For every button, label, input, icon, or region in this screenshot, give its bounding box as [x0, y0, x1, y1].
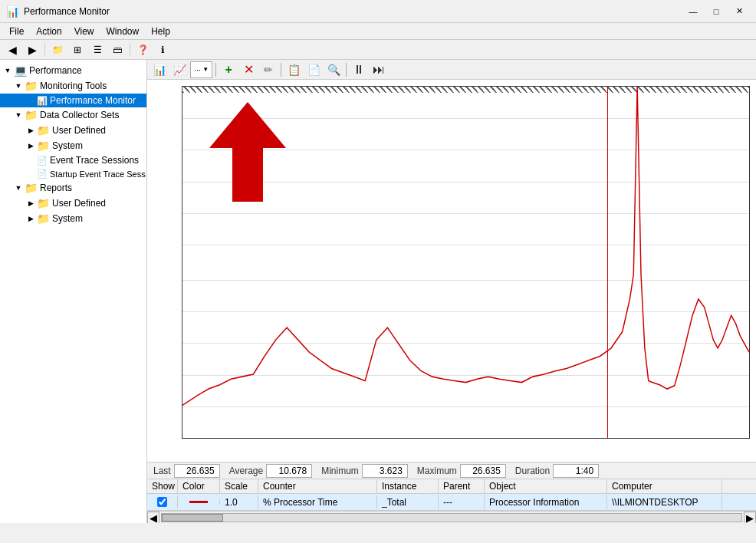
maximize-button[interactable]: □ [705, 4, 727, 19]
tb-properties-button[interactable]: 🗃 [108, 41, 127, 58]
sidebar-item-reports-user-defined[interactable]: ▶ 📁 User Defined [0, 196, 146, 211]
sidebar-item-monitoring-tools[interactable]: ▼ 📁 Monitoring Tools [0, 78, 146, 94]
sidebar-item-system[interactable]: ▶ 📁 System [0, 138, 146, 153]
scrollbar-thumb[interactable] [162, 514, 223, 522]
startup-icon: 📄 [37, 169, 48, 179]
counter-row[interactable]: 1.0 % Processor Time _Total --- Processo… [147, 494, 756, 511]
header-color: Color [178, 479, 220, 493]
edit-counter-button[interactable]: ✏ [259, 61, 278, 78]
expand-reports-user[interactable]: ▶ [25, 199, 37, 207]
red-arrow [209, 102, 286, 204]
tb-back-button[interactable]: ◀ [3, 41, 21, 58]
reports-user-icon: 📁 [37, 197, 50, 209]
add-counter-button[interactable]: + [219, 61, 238, 78]
scrollbar-track[interactable] [161, 513, 742, 522]
next-button[interactable]: ⏭ [370, 61, 388, 78]
sidebar-item-user-defined[interactable]: ▶ 📁 User Defined [0, 123, 146, 138]
minimum-label: Minimum [321, 466, 359, 476]
chart-grid: 17:27:54 17:28:05 17:28:15 17:28:25 17:2… [182, 86, 750, 439]
tb-forward-button[interactable]: ▶ [23, 41, 41, 58]
content-area: 📊 📈 ··· ▼ + ✕ ✏ 📋 📄 🔍 ⏸ ⏭ 100 90 80 [147, 60, 756, 523]
main-layout: ▼ 💻 Performance ▼ 📁 Monitoring Tools 📊 P… [0, 60, 756, 523]
sidebar-item-performance-monitor[interactable]: 📊 Performance Monitor [0, 94, 146, 107]
stats-bar: Last 26.635 Average 10.678 Minimum 3.623… [147, 462, 756, 479]
system-icon: 📁 [37, 140, 50, 152]
last-label: Last [153, 466, 171, 476]
window-title: Performance Monitor [24, 6, 110, 17]
expand-reports[interactable]: ▼ [12, 184, 25, 192]
cell-color [178, 499, 220, 505]
cell-show [147, 495, 178, 508]
chart-options-dropdown[interactable]: ··· ▼ [190, 61, 212, 78]
tb-info-button[interactable]: ℹ [153, 41, 172, 58]
paste-button[interactable]: 📄 [304, 61, 323, 78]
chart-type-button[interactable]: 📈 [170, 61, 189, 78]
header-instance: Instance [377, 479, 439, 493]
close-button[interactable]: ✕ [728, 4, 750, 19]
zoom-button[interactable]: 🔍 [324, 61, 343, 78]
cell-object: Processor Information [485, 495, 607, 509]
tb-folder-button[interactable]: 📁 [48, 41, 67, 58]
chart-toolbar: 📊 📈 ··· ▼ + ✕ ✏ 📋 📄 🔍 ⏸ ⏭ [147, 60, 756, 80]
perf-monitor-icon: 📊 [37, 96, 48, 106]
last-value: 26.635 [174, 464, 220, 478]
cell-instance: _Total [377, 495, 439, 509]
menu-bar: File Action View Window Help [0, 23, 756, 40]
svg-marker-0 [209, 102, 286, 202]
reports-icon: 📁 [25, 182, 38, 194]
sidebar-item-event-trace[interactable]: 📄 Event Trace Sessions [0, 153, 146, 167]
menu-action[interactable]: Action [30, 25, 67, 38]
expand-data-collector[interactable]: ▼ [12, 111, 25, 119]
scroll-left-button[interactable]: ◀ [147, 512, 159, 524]
color-swatch [189, 501, 208, 503]
title-bar: 📊 Performance Monitor — □ ✕ [0, 0, 756, 23]
dropdown-arrow: ▼ [202, 66, 209, 73]
maximum-value: 26.635 [460, 464, 506, 478]
average-value: 10.678 [266, 464, 312, 478]
toolbar1: ◀ ▶ 📁 ⊞ ☰ 🗃 ❓ ℹ [0, 40, 756, 60]
delete-counter-button[interactable]: ✕ [239, 61, 258, 78]
scrollbar-area: ◀ ▶ [147, 511, 756, 523]
sidebar-item-reports-system[interactable]: ▶ 📁 System [0, 211, 146, 226]
menu-help[interactable]: Help [145, 25, 176, 38]
pause-button[interactable]: ⏸ [350, 61, 368, 78]
cell-parent: --- [439, 495, 485, 509]
tb-grid-button[interactable]: ⊞ [68, 41, 87, 58]
show-checkbox[interactable] [157, 497, 167, 507]
duration-label: Duration [515, 466, 550, 476]
expand-system[interactable]: ▶ [25, 142, 37, 150]
header-parent: Parent [439, 479, 485, 493]
cell-scale: 1.0 [220, 495, 258, 509]
header-show: Show [147, 479, 178, 493]
tb-list-button[interactable]: ☰ [88, 41, 107, 58]
chart-container: 100 90 80 70 60 50 40 30 20 10 0 [147, 80, 756, 462]
title-bar-left: 📊 Performance Monitor [6, 5, 110, 18]
expand-reports-system[interactable]: ▶ [25, 215, 37, 222]
expand-performance[interactable]: ▼ [2, 67, 14, 74]
menu-file[interactable]: File [3, 25, 30, 38]
header-computer: Computer [607, 479, 722, 493]
chart-view-button[interactable]: 📊 [150, 61, 169, 78]
tb-help-button[interactable]: ❓ [133, 41, 152, 58]
menu-window[interactable]: Window [100, 25, 146, 38]
event-trace-icon: 📄 [37, 156, 48, 166]
performance-icon: 💻 [14, 64, 27, 77]
sidebar-item-data-collector-sets[interactable]: ▼ 📁 Data Collector Sets [0, 107, 146, 123]
header-object: Object [485, 479, 607, 493]
expand-monitoring-tools[interactable]: ▼ [12, 82, 25, 90]
average-label: Average [229, 466, 263, 476]
counter-table: Show Color Scale Counter Instance Parent… [147, 479, 756, 511]
sidebar-item-startup-event[interactable]: 📄 Startup Event Trace Sess... [0, 167, 146, 180]
minimum-value: 3.623 [362, 464, 408, 478]
sidebar-item-performance[interactable]: ▼ 💻 Performance [0, 63, 146, 78]
monitoring-tools-icon: 📁 [25, 80, 38, 92]
cell-counter: % Processor Time [258, 495, 377, 509]
copy-button[interactable]: 📋 [284, 61, 303, 78]
minimize-button[interactable]: — [682, 4, 704, 19]
menu-view[interactable]: View [68, 25, 100, 38]
scroll-right-button[interactable]: ▶ [744, 512, 756, 524]
expand-user-defined[interactable]: ▶ [25, 127, 37, 134]
data-collector-icon: 📁 [25, 109, 38, 121]
sidebar-item-reports[interactable]: ▼ 📁 Reports [0, 180, 146, 196]
reports-system-icon: 📁 [37, 212, 50, 225]
